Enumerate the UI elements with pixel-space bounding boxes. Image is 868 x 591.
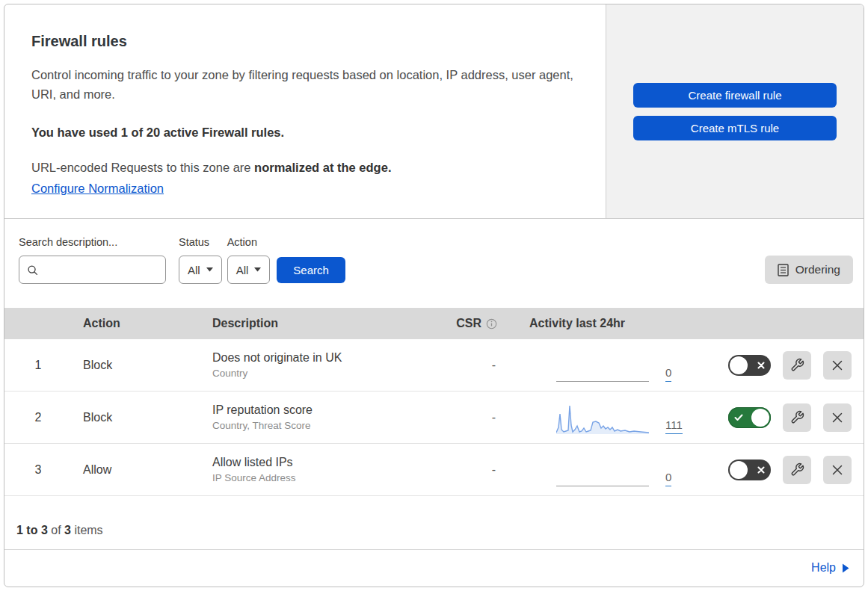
help-row: Help: [4, 550, 864, 586]
rule-toggle[interactable]: [728, 355, 771, 376]
activity-sparkline: [556, 456, 649, 486]
table-row: 2 Block IP reputation score Country, Thr…: [4, 392, 864, 444]
rule-number: 2: [4, 411, 72, 424]
search-icon: [27, 264, 38, 276]
toggle-state-icon: [757, 466, 765, 474]
delete-rule-button[interactable]: [823, 403, 852, 432]
action-label: Action: [227, 236, 271, 250]
activity-sparkline: [556, 351, 649, 382]
items-word: items: [71, 524, 103, 536]
items-count-row: 1 to 3 of 3 items: [4, 496, 864, 550]
action-dropdown[interactable]: All: [227, 256, 271, 284]
search-label: Search description...: [19, 236, 166, 250]
status-value: All: [188, 264, 200, 276]
search-button-group: Search: [277, 236, 345, 283]
items-range: 1 to 3: [16, 524, 48, 536]
rule-description: Does not originate in UK Country: [205, 351, 428, 379]
normalization-note: URL-encoded Requests to this zone are no…: [31, 161, 576, 175]
ordering-list-icon: [778, 264, 789, 276]
search-group: Search description...: [19, 236, 166, 284]
activity-count-link[interactable]: 111: [665, 419, 683, 434]
header-description: Description: [205, 317, 428, 330]
toggle-knob: [751, 409, 769, 427]
rule-subtitle: IP Source Address: [212, 472, 428, 483]
rule-toggle[interactable]: [728, 407, 771, 428]
wrench-icon: [790, 462, 804, 477]
page-description: Control incoming traffic to your zone by…: [31, 65, 576, 105]
table-row: 1 Block Does not originate in UK Country…: [4, 339, 864, 392]
activity-count-link[interactable]: 0: [665, 471, 671, 486]
activity-sparkline: [556, 403, 649, 434]
table-row: 3 Allow Allow listed IPs IP Source Addre…: [4, 444, 864, 496]
search-button[interactable]: Search: [277, 257, 345, 283]
help-link[interactable]: Help: [811, 561, 849, 575]
usage-summary: You have used 1 of 20 active Firewall ru…: [31, 126, 576, 140]
status-label: Status: [179, 236, 222, 250]
create-mtls-rule-button[interactable]: Create mTLS rule: [633, 116, 837, 140]
status-dropdown[interactable]: All: [179, 256, 222, 284]
items-total: 3: [64, 524, 71, 536]
caret-down-icon: [254, 267, 261, 272]
toggle-knob: [730, 356, 748, 374]
ordering-label: Ordering: [795, 263, 840, 276]
rule-activity: 0: [516, 339, 701, 391]
edit-rule-button[interactable]: [783, 403, 811, 432]
rule-number: 3: [4, 463, 72, 477]
rule-title: IP reputation score: [212, 403, 428, 417]
search-box[interactable]: [19, 256, 166, 284]
rule-subtitle: Country: [212, 368, 428, 379]
rule-csr: -: [428, 359, 516, 372]
action-value: All: [236, 264, 249, 276]
delete-rule-button[interactable]: [823, 456, 852, 484]
search-input[interactable]: [44, 264, 158, 276]
delete-rule-button[interactable]: [823, 351, 852, 380]
page-title: Firewall rules: [31, 33, 576, 50]
edit-rule-button[interactable]: [783, 351, 811, 380]
create-firewall-rule-button[interactable]: Create firewall rule: [633, 83, 837, 108]
normalization-bold: normalized at the edge.: [254, 161, 391, 174]
rule-subtitle: Country, Threat Score: [212, 420, 428, 431]
help-label: Help: [811, 561, 836, 575]
toggle-knob: [730, 461, 748, 479]
action-group: Action All: [227, 236, 271, 284]
rule-description: IP reputation score Country, Threat Scor…: [205, 403, 428, 431]
ordering-group: Ordering: [765, 236, 853, 284]
rule-action: Block: [72, 411, 205, 424]
wrench-icon: [790, 410, 804, 424]
edit-rule-button[interactable]: [783, 456, 811, 484]
rule-controls: [701, 456, 864, 484]
caret-down-icon: [206, 267, 213, 272]
rule-controls: [701, 351, 864, 380]
rule-csr: -: [428, 463, 516, 477]
normalization-text: URL-encoded Requests to this zone are: [31, 161, 254, 174]
wrench-icon: [790, 358, 804, 372]
actions-panel: Create firewall rule Create mTLS rule: [606, 4, 864, 218]
items-of: of: [48, 524, 64, 536]
rule-number: 1: [4, 359, 72, 372]
activity-count-link[interactable]: 0: [665, 367, 671, 382]
ordering-button[interactable]: Ordering: [765, 256, 853, 284]
header-csr: CSR: [428, 317, 516, 330]
rule-description: Allow listed IPs IP Source Address: [205, 456, 428, 483]
top-section: Firewall rules Control incoming traffic …: [4, 4, 864, 219]
rule-activity: 111: [516, 392, 701, 443]
close-icon: [831, 412, 843, 424]
help-arrow-icon: [842, 563, 849, 573]
firewall-rules-card: Firewall rules Control incoming traffic …: [4, 4, 864, 587]
top-intro: Firewall rules Control incoming traffic …: [4, 4, 606, 218]
configure-normalization-link[interactable]: Configure Normalization: [31, 182, 164, 196]
toggle-state-icon: [734, 414, 743, 421]
rule-controls: [701, 403, 864, 432]
filter-bar: Search description... Status All Action …: [4, 219, 864, 308]
rule-csr: -: [428, 411, 516, 424]
info-icon[interactable]: [486, 318, 497, 329]
status-group: Status All: [179, 236, 222, 284]
rule-action: Block: [72, 359, 205, 372]
table-header: Action Description CSR Activity last 24h…: [4, 308, 864, 339]
table-body: 1 Block Does not originate in UK Country…: [4, 339, 864, 496]
rule-action: Allow: [72, 463, 205, 477]
rule-toggle[interactable]: [728, 460, 771, 480]
rule-title: Does not originate in UK: [212, 351, 428, 365]
header-action: Action: [72, 317, 205, 330]
toggle-state-icon: [757, 362, 765, 369]
